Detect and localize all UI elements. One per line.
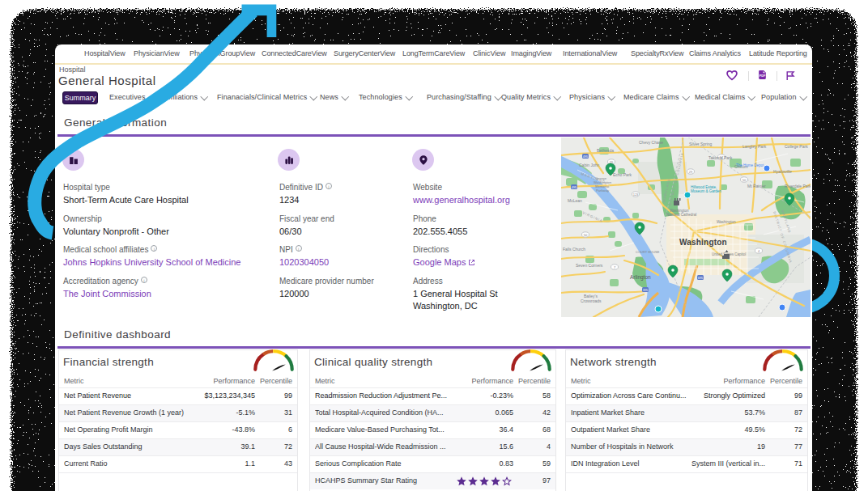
- svg-text:Takoma Park: Takoma Park: [708, 155, 733, 160]
- svg-text:Falls Church: Falls Church: [563, 247, 585, 252]
- svg-text:Parkway: Parkway: [596, 188, 610, 193]
- svg-text:Cabin John: Cabin John: [579, 163, 600, 167]
- svg-text:Bethesda: Bethesda: [597, 148, 614, 153]
- svg-text:29: 29: [610, 160, 614, 164]
- svg-text:COURT HOUSE: COURT HOUSE: [636, 250, 660, 254]
- svg-text:College Park: College Park: [785, 144, 808, 149]
- svg-text:Washington: Washington: [717, 220, 736, 224]
- svg-text:Seven Corners: Seven Corners: [576, 263, 603, 268]
- svg-text:The Home Depot: The Home Depot: [736, 163, 764, 167]
- svg-text:Crossroads: Crossroads: [581, 298, 602, 303]
- svg-text:Washington: Washington: [679, 238, 727, 247]
- svg-text:National Cathedral: National Cathedral: [666, 213, 696, 217]
- svg-text:123: 123: [633, 193, 639, 197]
- svg-text:PDF: PDF: [760, 74, 766, 78]
- svg-text:Silver Spring: Silver Spring: [689, 142, 713, 146]
- svg-text:495: 495: [583, 154, 589, 159]
- svg-text:Museum & Garden: Museum & Garden: [691, 189, 721, 193]
- svg-text:695: 695: [698, 276, 704, 280]
- svg-text:Chevy Chase: Chevy Chase: [639, 140, 663, 145]
- svg-text:395: 395: [643, 288, 649, 292]
- svg-text:Hyattsville: Hyattsville: [773, 169, 792, 174]
- svg-text:495: 495: [572, 185, 577, 189]
- svg-text:29: 29: [689, 170, 693, 174]
- svg-text:Echo Park: Echo Park: [613, 172, 632, 177]
- svg-text:50: 50: [742, 178, 747, 182]
- svg-text:Arlington: Arlington: [630, 274, 651, 281]
- svg-text:50: 50: [584, 233, 588, 237]
- svg-text:Langley Park: Langley Park: [742, 144, 767, 149]
- svg-text:Mt Rainier: Mt Rainier: [747, 184, 766, 188]
- svg-text:McLean: McLean: [568, 198, 582, 203]
- svg-text:Riverdale Park: Riverdale Park: [785, 184, 811, 188]
